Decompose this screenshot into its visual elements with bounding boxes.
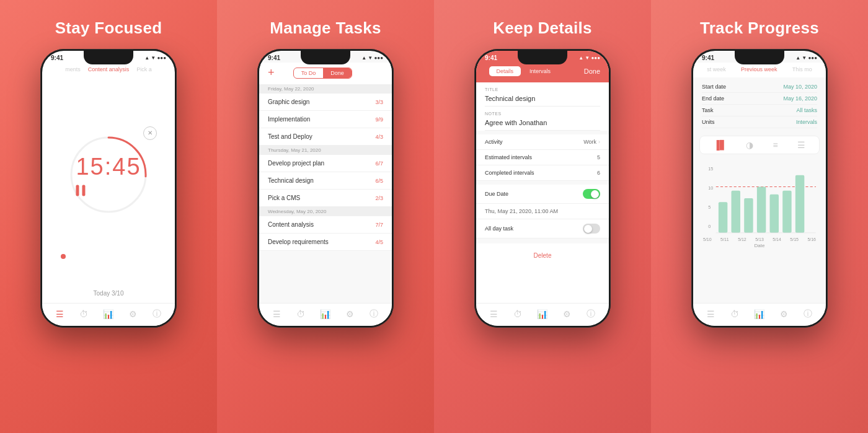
tab-content-analysis[interactable]: Content analysis [84,66,133,72]
chart-type-tabs: ▐▋ ◑ ≡ ☰ [699,136,820,154]
task-row[interactable]: Develop project plan 6/7 [259,155,392,172]
close-button[interactable]: ✕ [143,126,157,140]
tab-moments[interactable]: ments [61,66,84,72]
task-name: Develop project plan [268,160,324,167]
task-row[interactable]: Technical design 6/5 [259,172,392,190]
completed-intervals-row[interactable]: Completed intervals 6 [476,165,609,181]
task-row[interactable]: Implementation 9/9 [259,111,392,128]
task-row[interactable]: Develop requirements 4/5 [259,234,392,251]
date-header-friday: Friday, May 22, 2020 [259,84,392,94]
x-label-5: 5/14 [773,237,781,242]
intervals-tab[interactable]: Intervals [522,66,558,76]
panel-keep-details: Keep Details 9:41 ▲ ▼ ●●● Details Interv… [434,0,651,433]
svg-text:10: 10 [708,185,713,191]
title-value: Technical design [485,93,600,107]
todo-segment[interactable]: To Do [294,68,324,78]
task-count: 4/3 [375,134,383,140]
done-button[interactable]: Done [584,68,600,75]
status-icons-1: ▲ ▼ ●●● [144,55,166,61]
nav-gear-icon-4[interactable]: ⚙ [780,309,788,319]
stat-value: Intervals [796,119,817,125]
nav-chart-icon-3[interactable]: 📊 [537,309,547,319]
nav-list-icon-4[interactable]: ☰ [707,309,715,319]
line-chart-icon[interactable]: ≡ [773,140,778,150]
task-name: Pick a CMS [268,195,300,201]
timer-display: 15:45 [76,153,141,180]
today-progress: Today 3/10 [42,290,175,303]
svg-text:5: 5 [708,204,711,210]
nav-info-icon[interactable]: ⓘ [153,308,161,320]
all-day-row[interactable]: All day task [476,219,609,238]
task-row[interactable]: Test and Deploy 4/3 [259,128,392,146]
stats-list: Start date May 10, 2020 End date May 16,… [693,77,826,132]
tab-pick[interactable]: Pick a [133,66,156,72]
bar-chart-icon[interactable]: ▐▋ [714,140,727,150]
nav-info-icon-2[interactable]: ⓘ [370,308,378,320]
nav-list-icon-2[interactable]: ☰ [273,309,281,319]
nav-clock-icon[interactable]: ⏱ [79,309,88,319]
due-date-toggle[interactable] [583,189,600,199]
nav-gear-icon-3[interactable]: ⚙ [563,309,571,319]
detail-title-section: TITLE Technical design [476,82,609,107]
estimated-value: 5 [597,154,600,160]
task-row[interactable]: Pick a CMS 2/3 [259,190,392,207]
task-row[interactable]: Graphic design 3/3 [259,94,392,111]
phone-1: 9:41 ▲ ▼ ●●● ments Content analysis Pick… [40,49,177,328]
title-label: TITLE [485,85,600,93]
add-task-button[interactable]: + [268,66,275,79]
svg-rect-11 [770,195,779,233]
completed-label: Completed intervals [485,170,534,176]
status-icons-4: ▲ ▼ ●●● [795,55,817,61]
details-segment: Details Intervals [489,66,559,76]
nav-chart-icon-4[interactable]: 📊 [754,309,764,319]
nav-list-icon-3[interactable]: ☰ [490,309,498,319]
bottom-nav-2: ☰ ⏱ 📊 ⚙ ⓘ [259,303,392,326]
panel-track-progress: Track Progress 9:41 ▲ ▼ ●●● st week Prev… [651,0,868,433]
pie-chart-icon[interactable]: ◑ [746,140,753,150]
previous-week-tab[interactable]: Previous week [741,66,777,72]
nav-clock-icon-2[interactable]: ⏱ [296,309,305,319]
panel-title-2: Manage Tasks [270,19,381,38]
stat-row-task: Task All tasks [702,105,817,116]
all-day-toggle[interactable] [583,224,600,234]
done-segment[interactable]: Done [323,68,352,78]
nav-chart-icon[interactable]: 📊 [103,309,113,319]
stat-value: All tasks [796,107,817,113]
status-icons-3: ▲ ▼ ●●● [578,55,600,61]
svg-rect-9 [744,198,753,233]
phone-2: 9:41 ▲ ▼ ●●● + To Do Done Friday, May 22… [257,49,394,328]
last-week-tab[interactable]: st week [707,66,726,72]
bottom-nav-1: ☰ ⏱ 📊 ⚙ ⓘ [42,303,175,326]
notch-2 [301,51,350,64]
nav-info-icon-4[interactable]: ⓘ [804,308,812,320]
week-tabs: st week Previous week This mo [693,63,826,77]
nav-chart-icon-2[interactable]: 📊 [320,309,330,319]
activity-row[interactable]: Activity Work › [476,134,609,150]
nav-info-icon-3[interactable]: ⓘ [587,308,595,320]
nav-list-icon[interactable]: ☰ [56,309,64,319]
bottom-nav-4: ☰ ⏱ 📊 ⚙ ⓘ [693,303,826,326]
status-time-1: 9:41 [51,55,63,61]
details-tab[interactable]: Details [489,66,521,76]
nav-clock-icon-4[interactable]: ⏱ [730,309,739,319]
delete-button[interactable]: Delete [476,247,609,264]
status-time-3: 9:41 [485,55,497,61]
stat-label: Units [702,119,715,125]
this-month-tab[interactable]: This mo [792,66,812,72]
phone2-header: + To Do Done [259,63,392,84]
detail-notes-section: NOTES Agree with Jonathan [476,107,609,131]
estimated-intervals-row[interactable]: Estimated intervals 5 [476,150,609,165]
nav-gear-icon[interactable]: ⚙ [129,309,137,319]
task-row[interactable]: Content analysis 7/7 [259,216,392,234]
menu-icon[interactable]: ☰ [797,140,805,150]
due-date-row[interactable]: Due Date [476,185,609,204]
pause-icon[interactable] [76,185,141,196]
x-label-7: 5/16 [807,237,816,242]
x-label-6: 5/15 [790,237,799,242]
nav-gear-icon-2[interactable]: ⚙ [346,309,354,319]
task-count: 2/3 [375,195,383,201]
progress-dot [61,254,66,259]
nav-clock-icon-3[interactable]: ⏱ [513,309,522,319]
phone3-header: Details Intervals Intervals Done [476,63,609,82]
due-date-value-row: Thu, May 21, 2020, 11:00 AM [476,204,609,219]
